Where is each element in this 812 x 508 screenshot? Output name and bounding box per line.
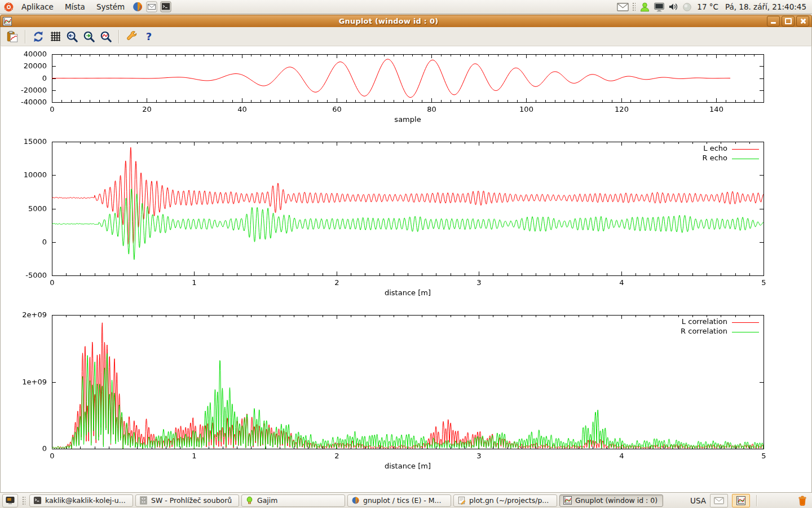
- file-manager-icon: [139, 496, 148, 505]
- maximize-button[interactable]: [782, 16, 795, 27]
- ubuntu-menu-icon[interactable]: [3, 1, 15, 13]
- close-button[interactable]: [796, 16, 809, 27]
- tray-separator: [756, 495, 757, 506]
- mail-icon: [146, 1, 157, 12]
- window-titlebar[interactable]: Gnuplot (window id : 0): [0, 15, 812, 27]
- toggle-grid-button[interactable]: [47, 29, 64, 45]
- taskbar-button-firefox[interactable]: gnuplot / tics (E) - M...: [347, 494, 451, 507]
- weather-icon: [682, 2, 692, 12]
- taskbar-button-label: gnuplot / tics (E) - M...: [363, 496, 441, 505]
- volume-tray[interactable]: [667, 1, 679, 13]
- terminal-launcher[interactable]: [160, 1, 171, 13]
- copy-to-clipboard-button[interactable]: [4, 29, 21, 45]
- mail-launcher[interactable]: [145, 1, 157, 13]
- settings-button[interactable]: [123, 29, 140, 45]
- show-desktop-icon: [6, 496, 15, 505]
- envelope-icon: [617, 2, 629, 12]
- taskbar-button-terminal[interactable]: kaklik@kaklik-kolej-u...: [29, 494, 133, 507]
- display-settings-tray[interactable]: [653, 1, 665, 13]
- toolbar-separator: [25, 30, 26, 43]
- terminal-icon: [33, 496, 42, 505]
- plot-canvas[interactable]: [1, 46, 812, 492]
- firefox-icon: [351, 496, 360, 505]
- taskbar-button-text-editor[interactable]: plot.gn (~/projects/p...: [453, 494, 557, 507]
- tray-gnuplot-button[interactable]: [732, 494, 750, 507]
- gajim-icon: [245, 496, 254, 505]
- taskbar-grip-handle[interactable]: [22, 496, 25, 505]
- zoom-next-icon: [83, 30, 95, 43]
- toolbar-separator: [118, 30, 120, 43]
- close-icon: [800, 18, 806, 24]
- gnome-taskbar: kaklik@kaklik-kolej-u... SW - Prohlížeč …: [0, 492, 812, 508]
- weather-applet[interactable]: [681, 1, 693, 13]
- temperature-label[interactable]: 17 °C: [695, 2, 721, 11]
- ubuntu-logo-icon: [3, 2, 14, 12]
- minimize-button[interactable]: [767, 16, 780, 27]
- keyboard-layout-indicator[interactable]: USA: [690, 496, 706, 505]
- taskbar-button-label: kaklik@kaklik-kolej-u...: [45, 496, 126, 505]
- autoscale-zoom-button[interactable]: [98, 29, 114, 45]
- trash-icon: [797, 495, 808, 506]
- taskbar-button-label: SW - Prohlížeč souborů: [151, 496, 232, 505]
- previous-zoom-button[interactable]: [64, 29, 81, 45]
- mail-notification-tray[interactable]: [617, 1, 629, 13]
- taskbar-button-label: plot.gn (~/projects/p...: [469, 496, 549, 505]
- zoom-previous-icon: [66, 30, 78, 43]
- gnuplot-toolbar: ?: [0, 27, 812, 46]
- refresh-icon: [32, 30, 45, 43]
- tray-grip-handle[interactable]: [632, 2, 636, 11]
- help-question-icon: ?: [146, 32, 152, 42]
- grid-icon: [50, 30, 61, 42]
- firefox-launcher[interactable]: [131, 1, 143, 13]
- taskbar-button-file-manager[interactable]: SW - Prohlížeč souborů: [135, 494, 239, 507]
- replot-button[interactable]: [30, 29, 47, 45]
- gnuplot-window-icon: [3, 17, 12, 26]
- trash-applet[interactable]: [796, 494, 808, 506]
- window-title: Gnuplot (window id : 0): [12, 17, 765, 25]
- taskbar-button-gnuplot[interactable]: Gnuplot (window id : 0): [559, 494, 663, 507]
- menu-system[interactable]: Systém: [91, 1, 130, 12]
- menu-places[interactable]: Místa: [60, 1, 90, 12]
- text-editor-icon: [457, 496, 466, 505]
- minimize-icon: [771, 22, 776, 24]
- gnome-top-panel: Aplikace Místa Systém: [0, 0, 812, 14]
- plot-area: [0, 46, 812, 492]
- user-person-icon: [639, 2, 650, 12]
- help-button[interactable]: ?: [140, 29, 157, 45]
- wrench-icon: [126, 30, 138, 43]
- clipboard-copy-icon: [6, 30, 19, 43]
- menu-applications[interactable]: Aplikace: [16, 1, 59, 12]
- taskbar-button-label: Gnuplot (window id : 0): [575, 496, 657, 505]
- tray-mail-button[interactable]: [710, 494, 728, 507]
- monitor-icon: [654, 1, 665, 12]
- next-zoom-button[interactable]: [81, 29, 98, 45]
- zoom-autoscale-icon: [100, 30, 112, 43]
- taskbar-button-label: Gajim: [257, 496, 277, 505]
- gnuplot-icon: [563, 496, 572, 505]
- show-desktop-button[interactable]: [2, 494, 18, 507]
- envelope-icon: [714, 497, 724, 505]
- gnuplot-icon: [736, 496, 745, 505]
- speaker-icon: [668, 1, 679, 12]
- taskbar-button-gajim[interactable]: Gajim: [241, 494, 345, 507]
- taskbar-tray: USA: [690, 494, 810, 507]
- gnuplot-window: Gnuplot (window id : 0): [0, 15, 812, 492]
- firefox-icon: [132, 1, 143, 12]
- terminal-icon: [160, 1, 171, 12]
- clock-label[interactable]: Pá, 18. září, 21:40:45: [722, 2, 810, 11]
- maximize-icon: [785, 18, 792, 24]
- user-switcher-tray[interactable]: [639, 1, 651, 13]
